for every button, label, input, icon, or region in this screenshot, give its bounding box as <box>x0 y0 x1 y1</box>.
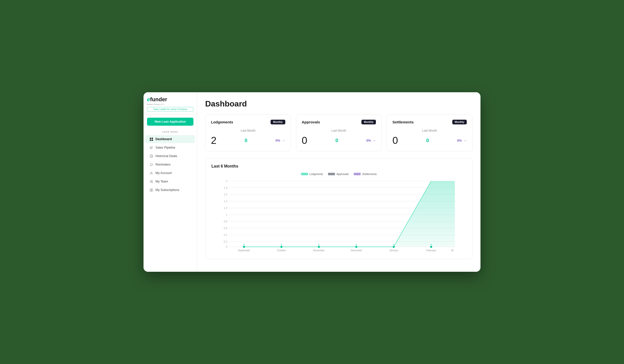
approvals-percent: 0% → <box>366 139 376 143</box>
lodgements-period: Last Month <box>211 129 285 132</box>
y-label-14: 1.4 <box>224 200 227 203</box>
stats-row: Lodgements Monthly Last Month 2 0 0% → <box>205 114 472 151</box>
settlements-badge[interactable]: Monthly <box>452 120 467 124</box>
settlements-sub-number: 0 <box>426 138 429 143</box>
x-label-jan: January <box>389 249 398 252</box>
y-label-1: 1 <box>226 213 227 216</box>
y-label-18: 1.8 <box>224 186 227 189</box>
y-label-16: 1.6 <box>224 193 227 196</box>
sales-pipeline-icon <box>150 146 153 149</box>
legend-lodgments: Lodgments <box>301 173 323 176</box>
sidebar-item-reminders[interactable]: Reminders <box>146 161 195 169</box>
sidebar: e funder Broker Portal v1.1 Team Leader … <box>144 92 197 272</box>
historical-deals-icon <box>150 154 153 158</box>
x-label-dec: December <box>350 249 362 252</box>
team-badge: Team Leader for Jonny D Finance <box>147 107 193 111</box>
lodgements-values: 2 0 0% → <box>211 135 285 146</box>
svg-point-7 <box>151 172 152 173</box>
lodgments-legend-color <box>301 173 308 175</box>
lodgements-badge[interactable]: Monthly <box>271 120 285 124</box>
y-label-2: 2 <box>226 180 227 182</box>
chart-legend: Lodgments Approvals Settlements <box>211 173 466 176</box>
settlements-legend-color <box>354 173 361 175</box>
x-label-m: M <box>451 249 453 252</box>
svg-point-8 <box>150 181 151 182</box>
logo-prefix: e <box>147 96 150 103</box>
y-label-02: 0.2 <box>224 240 227 243</box>
lodgements-arrow: → <box>282 139 285 143</box>
point-lodg-jan <box>393 246 395 248</box>
approvals-percent-value: 0% <box>366 139 371 142</box>
my-team-label: My Team <box>156 180 168 183</box>
lodgements-card: Lodgements Monthly Last Month 2 0 0% → <box>205 114 291 151</box>
new-loan-button[interactable]: New Loan Application <box>147 118 193 126</box>
user-menu-label: USER MENU <box>144 129 197 135</box>
sidebar-item-my-account[interactable]: My Account <box>146 169 195 177</box>
settlements-legend-label: Settlements <box>362 173 377 176</box>
y-label-08: 0.8 <box>224 220 227 223</box>
point-lodg-feb <box>430 246 432 248</box>
val-lodg-jan: 0 <box>393 243 394 246</box>
svg-rect-0 <box>150 138 151 139</box>
point-lodg-nov <box>318 246 320 248</box>
settlements-header: Settlements Monthly <box>392 120 467 124</box>
approvals-period: Last Month <box>302 129 376 132</box>
svg-rect-4 <box>150 147 153 147</box>
point-lodg-sep <box>243 246 245 248</box>
approvals-badge[interactable]: Monthly <box>361 120 376 124</box>
approvals-sub-number: 0 <box>335 138 338 143</box>
sidebar-item-my-subscriptions[interactable]: My Subscriptions <box>146 186 195 194</box>
logo-suffix: funder <box>150 96 167 103</box>
y-label-0: 0 <box>226 246 227 248</box>
sidebar-item-sales-pipeline[interactable]: Sales Pipeline <box>146 144 195 152</box>
sidebar-item-historical-deals[interactable]: Historical Deals <box>146 152 195 160</box>
lodgements-header: Lodgements Monthly <box>211 120 285 124</box>
val-lodg-oct: 0 <box>281 243 282 246</box>
sidebar-item-dashboard[interactable]: Dashboard <box>146 135 195 143</box>
lodgements-number: 2 <box>211 135 216 146</box>
val-lodg-dec: 0 <box>356 243 357 246</box>
settlements-period: Last Month <box>392 129 467 132</box>
chart-title: Last 6 Months <box>211 164 466 169</box>
reminders-icon <box>150 163 153 166</box>
settlements-arrow: → <box>463 139 467 143</box>
svg-rect-11 <box>152 188 153 190</box>
lodgements-sub: 0 <box>245 138 247 143</box>
chart-svg: 2 1.8 1.6 1.4 1.2 1 0.8 0.6 0.4 0.2 0 <box>211 179 466 253</box>
legend-settlements: Settlements <box>354 173 377 176</box>
svg-rect-1 <box>152 138 153 139</box>
approvals-number: 0 <box>302 135 307 146</box>
x-label-sep: September <box>238 249 250 252</box>
chart-area: 2 1.8 1.6 1.4 1.2 1 0.8 0.6 0.4 0.2 0 <box>211 179 466 253</box>
lodgments-legend-label: Lodgments <box>310 173 323 176</box>
settlements-title: Settlements <box>392 120 414 124</box>
my-account-icon <box>150 171 153 175</box>
reminders-label: Reminders <box>156 163 170 166</box>
dashboard-label: Dashboard <box>156 137 172 141</box>
val-lodg-nov: 0 <box>318 243 319 246</box>
settlements-values: 0 0 0% → <box>392 135 467 146</box>
settlements-sub: 0 <box>426 138 429 143</box>
settlements-number: 0 <box>392 135 398 146</box>
chart-section: Last 6 Months Lodgments Approvals Settle… <box>205 158 472 259</box>
sidebar-item-my-team[interactable]: My Team <box>146 178 195 185</box>
my-subscriptions-icon <box>150 188 153 192</box>
broker-label: Broker Portal v1.1 <box>147 103 193 105</box>
approvals-card: Approvals Monthly Last Month 0 0 0% → <box>296 114 382 151</box>
y-label-04: 0.4 <box>224 234 227 236</box>
logo-area: e funder Broker Portal v1.1 Team Leader … <box>144 96 197 115</box>
lodgements-percent: 0% → <box>276 139 285 143</box>
val-lodg-feb: 0 <box>431 243 432 246</box>
approvals-header: Approvals Monthly <box>302 120 376 124</box>
legend-approvals: Approvals <box>328 173 349 176</box>
lodgements-title: Lodgements <box>211 120 233 124</box>
logo: e funder <box>147 96 193 103</box>
my-team-icon <box>150 180 153 183</box>
x-label-feb: February <box>426 249 436 252</box>
x-label-oct: October <box>277 249 286 252</box>
settlements-card: Settlements Monthly Last Month 0 0 0% → <box>387 114 472 151</box>
settlements-percent-value: 0% <box>457 139 462 142</box>
settlements-percent: 0% → <box>457 139 467 143</box>
main-content: Dashboard Lodgements Monthly Last Month … <box>197 92 480 272</box>
svg-rect-10 <box>150 188 151 190</box>
